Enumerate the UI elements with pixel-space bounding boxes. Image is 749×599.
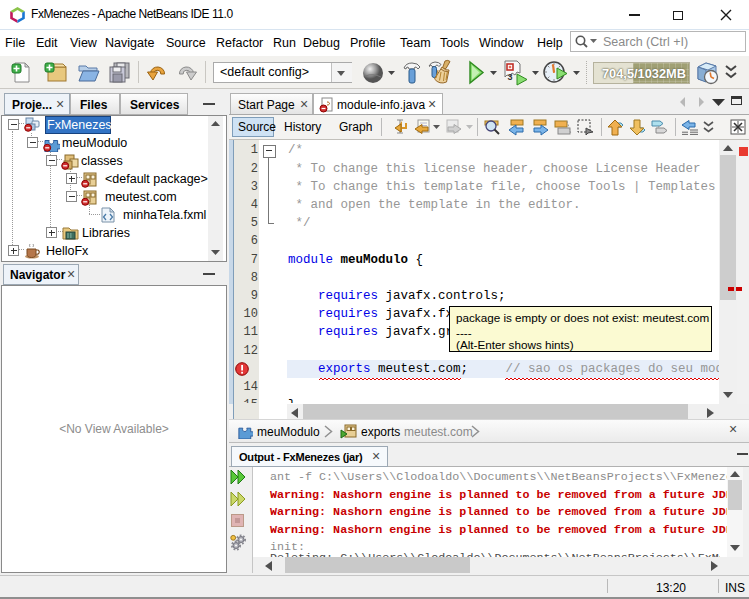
svg-text:3: 3	[508, 72, 513, 82]
